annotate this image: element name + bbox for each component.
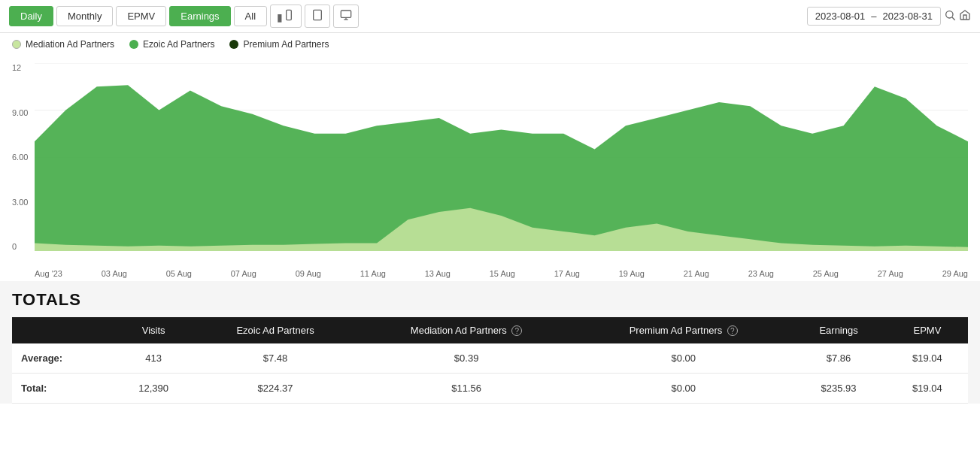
- row-total-ezoic: $224.37: [194, 374, 357, 404]
- legend-dot-mediation: [12, 40, 21, 49]
- y-label-9: 9.00: [12, 108, 35, 117]
- legend-label-premium: Premium Ad Partners: [243, 39, 329, 50]
- x-label-17aug: 17 Aug: [554, 269, 580, 278]
- row-total-visits: 12,390: [113, 374, 194, 404]
- date-separator: –: [871, 11, 876, 22]
- row-total-label: Total:: [12, 374, 113, 404]
- home-icon[interactable]: [959, 9, 971, 23]
- chart-svg: [35, 63, 968, 251]
- x-label-27aug: 27 Aug: [878, 269, 903, 278]
- btn-monthly[interactable]: Monthly: [56, 6, 114, 26]
- x-label-23aug: 23 Aug: [748, 269, 774, 278]
- btn-daily[interactable]: Daily: [9, 6, 53, 26]
- row-total-premium: $0.00: [576, 374, 790, 404]
- toolbar: Daily Monthly EPMV Earnings All ▮ 2023-0…: [0, 0, 980, 33]
- legend-premium: Premium Ad Partners: [229, 39, 329, 50]
- row-average-visits: 413: [113, 343, 194, 374]
- btn-all[interactable]: All: [234, 6, 267, 26]
- totals-title: TOTALS: [12, 290, 968, 317]
- chart-area: 12 9.00 6.00 3.00 0 Aug '23 03 Aug 05 Au…: [0, 56, 980, 281]
- row-total-epmv: $19.04: [887, 374, 968, 404]
- btn-mobile[interactable]: ▮: [270, 5, 302, 28]
- chart-y-axis: 12 9.00 6.00 3.00 0: [12, 63, 35, 251]
- btn-epmv[interactable]: EPMV: [116, 6, 166, 26]
- date-range[interactable]: 2023-08-01 – 2023-08-31: [807, 7, 941, 26]
- x-label-15aug: 15 Aug: [490, 269, 515, 278]
- legend-label-mediation: Mediation Ad Partners: [26, 39, 114, 50]
- btn-desktop[interactable]: [333, 5, 359, 28]
- x-label-09aug: 09 Aug: [296, 269, 321, 278]
- col-header-ezoic: Ezoic Ad Partners: [194, 317, 357, 343]
- legend-dot-premium: [229, 40, 238, 49]
- date-start: 2023-08-01: [815, 11, 866, 22]
- x-label-29aug: 29 Aug: [942, 269, 968, 278]
- table-row: Average: 413 $7.48 $0.39 $0.00 $7.86 $19…: [12, 343, 968, 374]
- col-header-earnings: Earnings: [790, 317, 887, 343]
- totals-section: TOTALS Visits Ezoic Ad Partners Mediatio…: [0, 281, 980, 404]
- row-average-premium: $0.00: [576, 343, 790, 374]
- x-label-25aug: 25 Aug: [813, 269, 839, 278]
- x-label-11aug: 11 Aug: [360, 269, 386, 278]
- row-average-mediation: $0.39: [357, 343, 576, 374]
- help-icon-premium[interactable]: ?: [727, 325, 738, 336]
- x-label-05aug: 05 Aug: [166, 269, 192, 278]
- chart-x-axis: Aug '23 03 Aug 05 Aug 07 Aug 09 Aug 11 A…: [35, 269, 968, 278]
- x-label-19aug: 19 Aug: [619, 269, 645, 278]
- y-label-0: 0: [12, 242, 35, 251]
- y-label-12: 12: [12, 63, 35, 72]
- date-end: 2023-08-31: [883, 11, 933, 22]
- row-average-ezoic: $7.48: [194, 343, 357, 374]
- search-icon[interactable]: [944, 9, 956, 23]
- btn-tablet[interactable]: [305, 5, 330, 28]
- help-icon-mediation[interactable]: ?: [511, 325, 522, 336]
- chart-legend: Mediation Ad Partners Ezoic Ad Partners …: [0, 33, 980, 56]
- svg-line-8: [952, 17, 955, 20]
- svg-rect-0: [287, 10, 292, 20]
- chart-svg-container: [35, 63, 968, 251]
- y-label-3: 3.00: [12, 198, 35, 207]
- row-total-earnings: $235.93: [790, 374, 887, 404]
- legend-mediation: Mediation Ad Partners: [12, 39, 114, 50]
- x-label-21aug: 21 Aug: [684, 269, 709, 278]
- table-row: Total: 12,390 $224.37 $11.56 $0.00 $235.…: [12, 374, 968, 404]
- x-label-13aug: 13 Aug: [425, 269, 451, 278]
- row-average-epmv: $19.04: [887, 343, 968, 374]
- btn-earnings[interactable]: Earnings: [169, 6, 230, 26]
- col-header-premium: Premium Ad Partners ?: [576, 317, 790, 343]
- legend-ezoic: Ezoic Ad Partners: [129, 39, 214, 50]
- x-label-aug23: Aug '23: [35, 269, 62, 278]
- svg-rect-2: [314, 10, 322, 20]
- col-header-empty: [12, 317, 113, 343]
- table-header-row: Visits Ezoic Ad Partners Mediation Ad Pa…: [12, 317, 968, 343]
- col-header-visits: Visits: [113, 317, 194, 343]
- row-average-earnings: $7.86: [790, 343, 887, 374]
- col-header-epmv: EPMV: [887, 317, 968, 343]
- x-label-07aug: 07 Aug: [231, 269, 256, 278]
- x-label-03aug: 03 Aug: [102, 269, 127, 278]
- svg-rect-4: [341, 11, 350, 17]
- row-average-label: Average:: [12, 343, 113, 374]
- col-header-mediation: Mediation Ad Partners ?: [357, 317, 576, 343]
- legend-label-ezoic: Ezoic Ad Partners: [143, 39, 214, 50]
- y-label-6: 6.00: [12, 153, 35, 162]
- row-total-mediation: $11.56: [357, 374, 576, 404]
- svg-point-7: [946, 11, 953, 18]
- legend-dot-ezoic: [129, 40, 138, 49]
- totals-table: Visits Ezoic Ad Partners Mediation Ad Pa…: [12, 317, 968, 404]
